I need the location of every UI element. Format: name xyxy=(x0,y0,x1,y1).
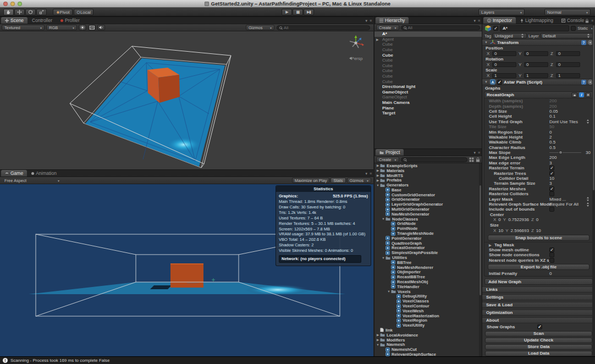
project-tree-item[interactable]: GridGenerator xyxy=(374,197,482,202)
play-button[interactable]: ▶ xyxy=(282,9,292,15)
checkbox-checked[interactable]: ✓ xyxy=(549,186,554,191)
delete-graph-icon[interactable]: × xyxy=(586,92,591,97)
hierarchy-panel-menu[interactable]: ▾≡ xyxy=(473,19,480,23)
hierarchy-item[interactable]: Cube xyxy=(374,63,482,69)
gameobject-enabled-checkbox[interactable]: ✓ xyxy=(493,26,498,31)
checkbox-unchecked[interactable] xyxy=(549,191,554,196)
popup-icon[interactable] xyxy=(586,202,590,207)
vector-input[interactable]: 0 xyxy=(556,51,580,56)
vector-input[interactable]: 0 xyxy=(524,62,548,67)
recast-button[interactable]: Export to .obj file xyxy=(488,264,590,270)
project-tree-item[interactable]: ▼Generators xyxy=(374,183,482,187)
hierarchy-item[interactable]: ▶Agent xyxy=(374,37,482,42)
scene-panel-menu[interactable]: ▾≡ xyxy=(365,19,372,23)
vector-input[interactable]: 0 xyxy=(524,51,548,56)
setting-value[interactable]: 2 xyxy=(549,135,552,140)
move-tool-button[interactable] xyxy=(14,9,25,15)
render-mode-dropdown[interactable]: RGB▾ xyxy=(46,25,77,30)
setting-value[interactable]: 0.1 xyxy=(549,114,555,119)
hierarchy-item[interactable]: Cube xyxy=(374,74,482,79)
game-gizmos-dropdown[interactable]: Gizmos▾ xyxy=(347,178,371,183)
project-tree-item[interactable]: MultiGridGenerator xyxy=(374,207,482,212)
setting-value[interactable]: Require For All xyxy=(549,202,579,207)
tab-console[interactable]: Console xyxy=(558,17,588,24)
foldout-closed-icon[interactable]: ▶ xyxy=(376,164,380,167)
project-tree-item[interactable]: LayerGridGraphGenerator xyxy=(374,202,482,207)
recast-button[interactable]: Snap bounds to scene xyxy=(488,235,590,241)
setting-value[interactable]: 0 xyxy=(549,130,552,135)
tab-profiler[interactable]: Profiler xyxy=(57,17,84,24)
foldout-closed-icon[interactable]: ▶ xyxy=(376,174,380,177)
title-bar[interactable]: GetStarted2.unity – AstarPathfindingProj… xyxy=(0,0,595,8)
foldout-open-icon[interactable]: ▼ xyxy=(387,290,391,293)
local-toggle-button[interactable]: Local xyxy=(74,9,93,15)
popup-icon[interactable] xyxy=(586,197,590,201)
project-tree-item[interactable]: GridNode xyxy=(374,222,482,227)
pivot-toggle-button[interactable]: Pivot xyxy=(53,9,73,15)
vector-input[interactable]: 0 xyxy=(492,51,516,56)
layout-dropdown[interactable]: Normal ▾ xyxy=(544,9,591,15)
section-optimization[interactable]: Optimization xyxy=(482,310,595,316)
scene-audio-toggle[interactable] xyxy=(97,25,105,30)
recast-graph-header[interactable]: RecastGraph i × xyxy=(484,92,593,98)
project-tree-item[interactable]: VoxelUtility xyxy=(374,323,482,328)
section-links[interactable]: Links xyxy=(482,286,595,293)
inspector-panel-menu[interactable]: ≡ xyxy=(585,19,593,23)
project-tree-item[interactable]: QuadtreeGraph xyxy=(374,241,482,246)
checkbox-unchecked[interactable] xyxy=(549,252,554,257)
setting-value[interactable]: 10 xyxy=(549,176,554,181)
setting-value[interactable]: Mixed ... xyxy=(549,197,566,202)
setting-value[interactable]: 50 xyxy=(549,124,554,129)
stats-button[interactable]: Stats xyxy=(330,178,345,183)
hierarchy-item[interactable]: Plane xyxy=(374,105,482,111)
section-save-load[interactable]: Save & Load xyxy=(482,302,595,308)
vector-value[interactable]: 0.7522936 xyxy=(508,217,529,222)
vector-input[interactable]: 1 xyxy=(492,73,516,78)
hierarchy-item[interactable]: GameObject xyxy=(374,90,482,95)
foldout-closed-icon[interactable]: ▶ xyxy=(376,333,380,337)
setting-value[interactable]: 0.05 xyxy=(549,109,558,114)
project-tree-item[interactable]: ▶Prefabs xyxy=(374,178,482,183)
scene-canvas[interactable]: Persp xyxy=(0,31,373,170)
project-tree-item[interactable]: ▼NodeClasses xyxy=(374,217,482,222)
scene-lighting-toggle[interactable] xyxy=(79,25,86,30)
vector-input[interactable]: 1 xyxy=(556,73,580,78)
project-tree-item[interactable]: ▼Utilities xyxy=(374,255,482,260)
game-viewport[interactable]: Statistics Graphics: 525.0 FPS (1.9ms) M… xyxy=(0,184,373,357)
setting-value[interactable]: 200 xyxy=(549,104,557,109)
project-tree-item[interactable]: NavMeshGenerator xyxy=(374,212,482,217)
project-tree-item[interactable]: VoxelClasses xyxy=(374,299,482,304)
project-tree-item[interactable]: VoxelContour xyxy=(374,304,482,308)
static-checkbox[interactable] xyxy=(571,26,576,31)
zoom-window-icon[interactable] xyxy=(18,2,22,6)
project-tree-item[interactable]: VoxelRegion xyxy=(374,318,482,323)
project-tree-item[interactable]: VoxelRasterization xyxy=(374,313,482,318)
transform-component-header[interactable]: ▼ Transform ? xyxy=(482,39,595,46)
scale-tool-button[interactable] xyxy=(36,9,47,15)
vector-value[interactable]: 0 xyxy=(498,217,500,222)
lock-icon[interactable] xyxy=(585,19,589,23)
tab-inspector[interactable]: Inspector xyxy=(483,17,516,24)
gameobject-name-field[interactable]: A* xyxy=(500,25,569,31)
project-tree-item[interactable]: TileHandler xyxy=(374,284,482,289)
minimize-window-icon[interactable] xyxy=(10,2,15,6)
checkbox-unchecked[interactable] xyxy=(549,207,554,212)
foldout-open-icon[interactable]: ▼ xyxy=(376,184,380,187)
info-icon[interactable]: i xyxy=(579,92,584,97)
hierarchy-item[interactable]: Cube xyxy=(374,42,482,47)
update-check-button[interactable]: Update Check xyxy=(485,338,592,344)
project-search-input[interactable] xyxy=(401,157,467,162)
foldout-closed-icon[interactable]: ▶ xyxy=(376,338,380,341)
astar-component-header[interactable]: ▼ A ✓ Astar Path (Script) ? xyxy=(482,79,595,85)
project-tree-item[interactable]: ObjImporter xyxy=(374,270,482,275)
hierarchy-item[interactable]: Cube xyxy=(374,52,482,58)
hierarchy-item[interactable]: Target xyxy=(374,111,482,116)
hierarchy-create-dropdown[interactable]: Create▾ xyxy=(376,25,399,30)
project-tree-item[interactable]: RecastMeshObj xyxy=(374,279,482,284)
menu-icon[interactable]: ≡ xyxy=(591,19,593,23)
persp-label[interactable]: Persp xyxy=(351,56,363,61)
setting-value[interactable]: 0 xyxy=(549,271,552,276)
layers-dropdown[interactable]: Layers ▾ xyxy=(478,9,525,15)
tab-scene[interactable]: Scene xyxy=(1,17,27,24)
setting-value[interactable]: 200 xyxy=(549,155,557,160)
